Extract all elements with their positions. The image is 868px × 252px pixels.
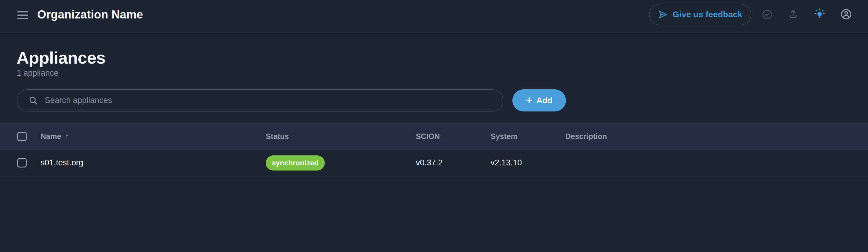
give-feedback-label: Give us feedback — [673, 10, 742, 19]
account-icon[interactable] — [840, 8, 852, 20]
add-button[interactable]: + Add — [513, 89, 566, 111]
select-all-cell — [17, 123, 27, 149]
give-feedback-button[interactable]: Give us feedback — [649, 4, 751, 25]
column-header-scion[interactable]: SCION — [416, 123, 440, 149]
appliances-page: Organization Name Give us feedback — [0, 0, 868, 252]
system-version: v2.13.10 — [491, 158, 522, 168]
select-all-checkbox[interactable] — [17, 132, 27, 141]
add-button-label: Add — [536, 96, 553, 105]
sort-asc-icon: ↑ — [65, 132, 69, 141]
row-status-cell: synchronized — [266, 150, 325, 176]
column-header-description[interactable]: Description — [565, 123, 607, 149]
column-header-system[interactable]: System — [491, 123, 518, 149]
column-header-status[interactable]: Status — [266, 123, 289, 149]
row-select-cell — [17, 150, 27, 176]
appliance-name: s01.test.org — [40, 158, 83, 168]
send-icon — [658, 9, 668, 20]
menu-icon[interactable] — [17, 11, 28, 19]
search-input[interactable] — [45, 96, 494, 105]
row-system-cell: v2.13.10 — [491, 150, 522, 176]
top-navbar: Organization Name Give us feedback — [0, 0, 868, 32]
search-icon — [28, 95, 39, 106]
page-title: Appliances — [17, 48, 105, 67]
row-name-cell: s01.test.org — [40, 150, 83, 176]
column-header-name[interactable]: Name ↑ — [40, 123, 69, 149]
search-box[interactable] — [17, 89, 503, 111]
row-scion-cell: v0.37.2 — [416, 150, 443, 176]
table-header-row: Name ↑ Status SCION System Description — [0, 123, 868, 150]
organization-name: Organization Name — [37, 8, 143, 21]
lightbulb-icon[interactable] — [813, 8, 826, 21]
check-circle-icon[interactable] — [762, 9, 773, 20]
appliance-count: 1 appliance — [17, 68, 58, 78]
upload-icon[interactable] — [787, 8, 799, 20]
scion-version: v0.37.2 — [416, 158, 443, 168]
table-row[interactable]: s01.test.org synchronized v0.37.2 v2.13.… — [0, 150, 868, 176]
status-badge: synchronized — [266, 156, 325, 170]
row-checkbox[interactable] — [17, 158, 27, 168]
plus-icon: + — [526, 94, 533, 106]
